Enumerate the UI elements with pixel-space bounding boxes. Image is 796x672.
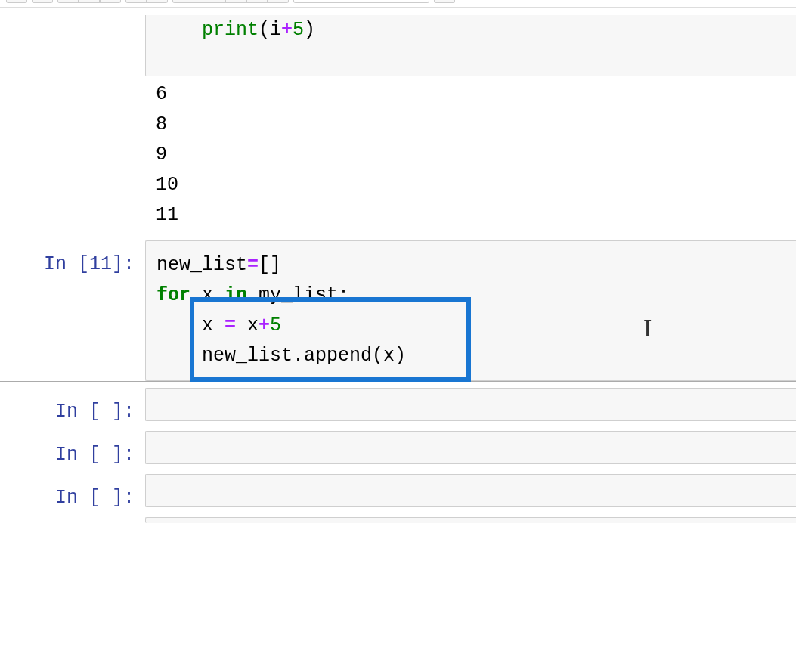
restart-button[interactable] — [246, 0, 268, 3]
code-input[interactable] — [145, 388, 796, 421]
run-button[interactable] — [172, 0, 225, 3]
code-cell-partial: print(i+5) — [0, 15, 796, 76]
insert-cell-button[interactable] — [32, 0, 53, 3]
code-cell: In [11]: I new_list=[]for x in my_list: … — [0, 240, 796, 382]
code-cell-empty: In [ ]: — [0, 474, 796, 511]
code-input[interactable] — [145, 517, 796, 523]
output-cell: 6 8 9 10 11 — [0, 76, 796, 234]
paste-button[interactable] — [100, 0, 121, 3]
code-input[interactable] — [145, 474, 796, 507]
copy-button[interactable] — [79, 0, 100, 3]
save-button[interactable] — [6, 0, 27, 3]
notebook-container: print(i+5) 6 8 9 10 11 In [11]: I new_li… — [0, 8, 796, 547]
prompt — [0, 517, 145, 547]
text-cursor-icon: I — [643, 315, 645, 338]
code-cell-partial-bottom — [0, 517, 796, 547]
prompt: In [11]: — [0, 240, 145, 277]
prompt — [0, 15, 145, 45]
output-text: 6 8 9 10 11 — [145, 76, 796, 234]
restart-run-all-button[interactable] — [268, 0, 289, 3]
prompt: In [ ]: — [0, 431, 145, 468]
cut-button[interactable] — [57, 0, 79, 3]
move-up-button[interactable] — [125, 0, 147, 3]
interrupt-button[interactable] — [225, 0, 246, 3]
code-input[interactable] — [145, 431, 796, 464]
code-cell-empty: In [ ]: — [0, 388, 796, 425]
code-input[interactable]: I new_list=[]for x in my_list: x = x+5 n… — [145, 240, 796, 381]
toolbar — [0, 0, 796, 8]
code-cell-empty: In [ ]: — [0, 431, 796, 468]
move-down-button[interactable] — [147, 0, 168, 3]
code-input[interactable]: print(i+5) — [145, 15, 796, 76]
prompt: In [ ]: — [0, 474, 145, 511]
command-palette-button[interactable] — [434, 0, 455, 3]
prompt: In [ ]: — [0, 388, 145, 425]
celltype-select[interactable] — [293, 0, 429, 3]
prompt — [0, 76, 145, 107]
